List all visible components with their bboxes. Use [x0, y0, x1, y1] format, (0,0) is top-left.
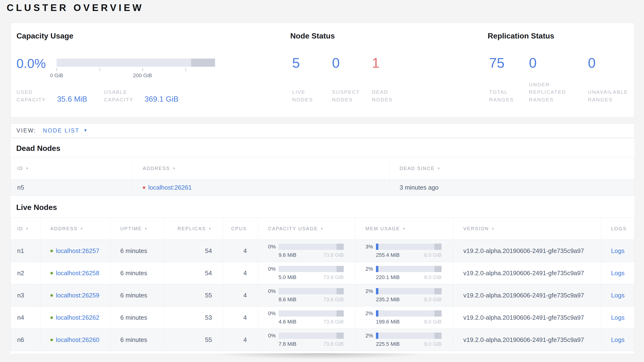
dead-nodes-stat: 1 DEAD NODES: [372, 56, 412, 103]
capacity-used-value: 5.0 MiB: [278, 274, 296, 280]
unavailable-ranges-count: 0: [588, 56, 638, 70]
replicas-cell: 55: [164, 329, 223, 351]
mem-usage-cell: 3% 255.4 MiB 8.0 GiB: [356, 240, 453, 262]
dead-nodes-heading: Dead Nodes: [10, 138, 634, 157]
logs-link[interactable]: Logs: [611, 292, 624, 299]
capacity-total-value: 73.8 GiB: [323, 252, 344, 258]
column-header-id[interactable]: ID ▼: [11, 218, 40, 240]
column-header-version[interactable]: VERSION ▼: [453, 218, 601, 240]
live-nodes-label: LIVE NODES: [292, 88, 322, 103]
under-replicated-ranges-stat: 0 UNDER-REPLICATED RANGES: [529, 56, 588, 103]
capacity-meter-bar: [278, 266, 344, 272]
capacity-bar-reserved-segment: [191, 59, 215, 67]
under-replicated-ranges-label: UNDER-REPLICATED RANGES: [529, 81, 572, 104]
mem-meter-bar: [376, 244, 442, 250]
capacity-used-value: 4.6 MiB: [278, 319, 296, 325]
node-id-cell: n2: [11, 262, 40, 284]
dead-status-dot-icon: [143, 186, 145, 189]
node-address-link[interactable]: localhost:26259: [56, 292, 99, 299]
replicas-cell: 55: [164, 284, 223, 306]
column-header-capacity-usage[interactable]: CAPACITY USAGE ▼: [258, 218, 356, 240]
sort-arrow-icon: ▼: [402, 227, 406, 231]
axis-tick: [100, 68, 100, 71]
mem-meter-bar: [376, 288, 442, 294]
mem-used-value: 255.4 MiB: [376, 252, 400, 258]
logs-cell: Logs: [601, 329, 634, 351]
view-dropdown-value: NODE LIST: [43, 127, 80, 134]
mem-percent-label: 2%: [366, 266, 376, 272]
suspect-nodes-label: SUSPECT NODES: [332, 88, 362, 103]
replicas-cell: 54: [164, 262, 223, 284]
chevron-down-icon: ▼: [83, 128, 88, 133]
column-header-label: LOGS: [611, 226, 627, 232]
logs-link[interactable]: Logs: [611, 336, 624, 343]
node-address-link[interactable]: localhost:26262: [56, 314, 99, 321]
used-capacity-label: USED CAPACITY: [16, 88, 50, 103]
capacity-meter-reserved: [336, 310, 344, 317]
column-header-replicas[interactable]: REPLICAS ▼: [164, 218, 223, 240]
node-address-link[interactable]: localhost:26260: [56, 336, 99, 343]
capacity-usage-title: Capacity Usage: [16, 32, 73, 40]
capacity-percent-label: 0%: [268, 244, 278, 250]
node-id-cell: n1: [11, 240, 40, 262]
total-ranges-count: 75: [489, 56, 529, 70]
mem-meter-used: [376, 310, 378, 317]
version-cell: v19.2.0-alpha.20190606-2491-gfe735c9a97: [453, 284, 601, 306]
mem-used-value: 225.5 MiB: [376, 341, 400, 347]
dead-nodes-table: ID ▼ ADDRESS ▼ DEAD SINCE ▼ n5 localhost…: [10, 157, 634, 196]
logs-cell: Logs: [601, 240, 634, 262]
column-header-uptime[interactable]: UPTIME ▼: [110, 218, 164, 240]
column-header-id[interactable]: ID ▼: [11, 157, 133, 179]
mem-total-value: 8.0 GiB: [424, 252, 442, 258]
column-header-address[interactable]: ADDRESS ▼: [133, 157, 390, 179]
column-header-address[interactable]: ADDRESS ▼: [40, 218, 110, 240]
column-header-label: ADDRESS: [143, 166, 170, 171]
column-header-dead-since[interactable]: DEAD SINCE ▼: [390, 157, 634, 179]
suspect-nodes-count: 0: [332, 56, 372, 70]
node-address-link[interactable]: localhost:26258: [56, 269, 99, 277]
uptime-cell: 6 minutes: [110, 329, 164, 351]
live-status-dot-icon: [50, 338, 53, 341]
dead-nodes-label: DEAD NODES: [372, 88, 402, 103]
logs-link[interactable]: Logs: [611, 314, 624, 321]
mem-total-value: 8.0 GiB: [424, 296, 442, 303]
cluster-summary-card: Capacity Usage 0.0% 0 GiB 200 GiB USED C…: [10, 23, 634, 117]
uptime-cell: 6 minutes: [110, 306, 164, 328]
live-node-row: n4 localhost:26262 6 minutes 53 4 0% 4.6…: [11, 306, 634, 329]
cpus-cell: 4: [223, 306, 258, 328]
column-header-label: ID: [17, 226, 23, 232]
column-header-label: CAPACITY USAGE: [268, 226, 318, 232]
logs-cell: Logs: [601, 284, 634, 306]
column-header-cpus[interactable]: CPUS: [223, 218, 258, 240]
capacity-used-value: 9.6 MiB: [278, 252, 296, 258]
capacity-usage-cell: 0% 7.8 MiB 73.8 GiB: [258, 329, 356, 351]
node-status-title: Node Status: [290, 32, 335, 40]
capacity-usage-bar-chart: 0 GiB 200 GiB: [56, 59, 215, 67]
mem-meter-reserved: [434, 288, 442, 294]
usable-capacity-stat: USABLE CAPACITY 369.1 GiB: [104, 88, 178, 103]
cpus-cell: 4: [223, 329, 258, 351]
live-status-dot-icon: [50, 272, 53, 274]
uptime-cell: 6 minutes: [110, 262, 164, 284]
view-selector-bar: VIEW: NODE LIST ▼: [10, 123, 634, 138]
sort-arrow-icon: ▼: [320, 227, 324, 231]
mem-total-value: 8.0 GiB: [424, 319, 442, 325]
cpus-cell: 4: [223, 284, 258, 306]
capacity-total-value: 73.8 GiB: [323, 274, 344, 280]
view-dropdown[interactable]: NODE LIST ▼: [43, 127, 88, 134]
node-address-cell: localhost:26259: [40, 284, 110, 306]
used-capacity-value: 35.6 MiB: [57, 95, 87, 104]
replicas-cell: 53: [164, 306, 223, 328]
column-header-mem-usage[interactable]: MEM USAGE ▼: [356, 218, 453, 240]
logs-link[interactable]: Logs: [611, 247, 624, 255]
node-address-link[interactable]: localhost:26257: [56, 247, 99, 255]
node-address-link[interactable]: localhost:26261: [148, 184, 192, 191]
capacity-stats: USED CAPACITY 35.6 MiB USABLE CAPACITY 3…: [16, 88, 178, 103]
capacity-total-value: 73.8 GiB: [323, 296, 344, 303]
capacity-percent-label: 0%: [268, 266, 278, 272]
cpus-cell: 4: [223, 240, 258, 262]
logs-link[interactable]: Logs: [611, 269, 624, 277]
mem-total-value: 8.0 GiB: [424, 274, 442, 280]
mem-meter-bar: [376, 310, 442, 317]
unavailable-ranges-label: UNAVAILABLE RANGES: [588, 88, 633, 103]
